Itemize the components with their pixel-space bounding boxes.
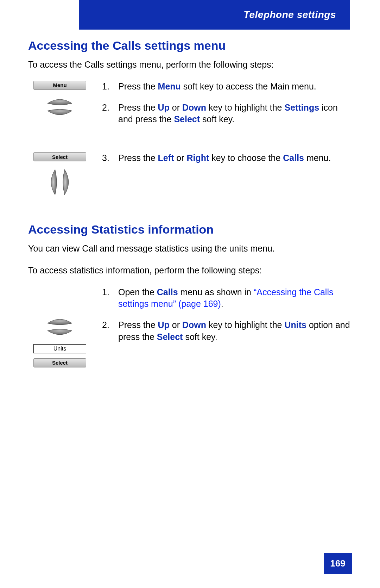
section2-step2: Press the Up or Down key to highlight th… (102, 319, 352, 343)
header-bar: Telephone settings (79, 0, 350, 30)
section1-block1: Menu Press the Menu soft key to access t… (28, 81, 352, 135)
kw-select-2: Select (157, 332, 183, 342)
left-right-icon (44, 166, 76, 198)
section2-heading: Accessing Statistics information (28, 223, 352, 236)
kw-left: Left (158, 153, 174, 163)
section2-intro1: You can view Call and message statistics… (28, 243, 352, 255)
softkey-select-1: Select (33, 152, 86, 161)
softkey-menu: Menu (33, 81, 86, 90)
section1-step1: Press the Menu soft key to access the Ma… (102, 81, 352, 93)
kw-up: Up (158, 103, 170, 112)
section1-step2: Press the Up or Down key to highlight th… (102, 102, 352, 126)
option-units: Units (33, 344, 86, 353)
section2-block1: Units Select Open the Calls menu as show… (28, 286, 352, 367)
kw-down-2: Down (182, 320, 206, 330)
illus-col-2: Select (28, 152, 91, 198)
illus-col-3: Units Select (28, 286, 91, 367)
kw-units: Units (284, 320, 306, 330)
kw-down: Down (182, 103, 206, 112)
header-title: Telephone settings (243, 9, 336, 20)
text-col-2: Press the Left or Right key to choose th… (91, 152, 352, 173)
page-content: Accessing the Calls settings menu To acc… (28, 39, 352, 371)
page-number: 169 (324, 553, 352, 574)
section1-block2: Select Press the Left or Right key to ch… (28, 152, 352, 198)
text-col-3: Open the Calls menu as shown in “Accessi… (91, 286, 352, 352)
kw-right: Right (187, 153, 209, 163)
kw-menu: Menu (158, 81, 181, 91)
up-down-icon-2 (44, 315, 76, 339)
section2-intro2: To access statistics information, perfor… (28, 265, 352, 277)
softkey-select-2: Select (33, 358, 86, 367)
section2-step1: Open the Calls menu as shown in “Accessi… (102, 286, 352, 310)
section1-intro: To access the Calls settings menu, perfo… (28, 59, 352, 71)
kw-up-2: Up (158, 320, 170, 330)
up-down-icon (44, 95, 76, 119)
section1-heading: Accessing the Calls settings menu (28, 39, 352, 52)
kw-calls-2: Calls (157, 287, 178, 297)
kw-settings: Settings (284, 103, 319, 112)
kw-calls: Calls (283, 153, 304, 163)
illus-col-1: Menu (28, 81, 91, 119)
text-col-1: Press the Menu soft key to access the Ma… (91, 81, 352, 135)
kw-select: Select (174, 114, 200, 124)
section1-step3: Press the Left or Right key to choose th… (102, 152, 352, 164)
